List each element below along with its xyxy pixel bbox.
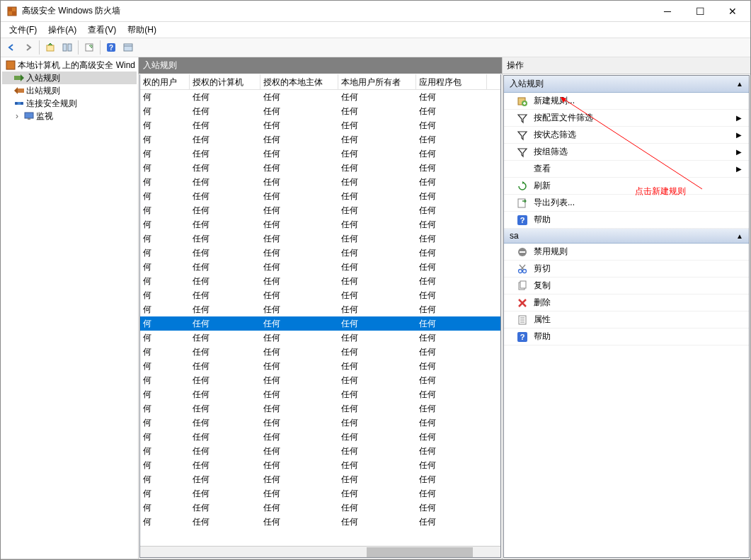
action-导出列表[interactable]: 导出列表... bbox=[504, 195, 749, 212]
action-查看[interactable]: 查看▶ bbox=[504, 161, 749, 178]
action-禁用规则[interactable]: 禁用规则 bbox=[504, 244, 749, 261]
cell: 任何 bbox=[416, 288, 487, 302]
cell: 任何 bbox=[338, 189, 416, 203]
action-按状态筛选[interactable]: 按状态筛选▶ bbox=[504, 127, 749, 144]
table-row[interactable]: 何任何任何任何任何 bbox=[140, 515, 500, 529]
tree-outbound-rules[interactable]: 出站规则 bbox=[2, 84, 137, 97]
svg-text:?: ? bbox=[520, 333, 525, 341]
action-复制[interactable]: 复制 bbox=[504, 278, 749, 295]
table-row[interactable]: 何任何任何任何任何 bbox=[140, 486, 500, 501]
svg-rect-26 bbox=[520, 251, 525, 253]
table-row[interactable]: 何任何任何任何任何 bbox=[140, 501, 500, 515]
table-row[interactable]: 何任何任何任何任何 bbox=[140, 132, 500, 147]
cell: 任何 bbox=[338, 260, 416, 274]
horizontal-scrollbar[interactable] bbox=[140, 546, 500, 557]
table-row[interactable]: 何任何任何任何任何 bbox=[140, 387, 500, 401]
cell: 何 bbox=[140, 416, 190, 430]
action-刷新[interactable]: 刷新 bbox=[504, 178, 749, 195]
cell: 任何 bbox=[190, 316, 260, 331]
col-local-user-owner[interactable]: 本地用户所有者 bbox=[338, 74, 416, 89]
table-row[interactable]: 何任何任何任何任何 bbox=[140, 444, 500, 458]
table-row[interactable]: 何任何任何任何任何 bbox=[140, 416, 500, 430]
table-row[interactable]: 何任何任何任何任何 bbox=[140, 373, 500, 387]
menu-file[interactable]: 文件(F) bbox=[4, 23, 42, 38]
svg-rect-9 bbox=[124, 44, 132, 51]
cell: 任何 bbox=[338, 161, 416, 175]
help-button[interactable]: ? bbox=[103, 40, 119, 55]
panel-button[interactable] bbox=[120, 40, 136, 55]
export-button[interactable] bbox=[81, 40, 97, 55]
table-row[interactable]: 何任何任何任何任何 bbox=[140, 147, 500, 161]
scrollbar-thumb[interactable] bbox=[367, 547, 473, 557]
action-新建规则[interactable]: 新建规则... bbox=[504, 93, 749, 110]
svg-point-15 bbox=[15, 102, 18, 105]
action-label: 刷新 bbox=[534, 180, 551, 192]
action-属性[interactable]: 属性 bbox=[504, 312, 749, 328]
table-row[interactable]: 何任何任何任何任何 bbox=[140, 232, 500, 246]
action-按配置文件筛选[interactable]: 按配置文件筛选▶ bbox=[504, 110, 749, 127]
action-帮助[interactable]: ?帮助 bbox=[504, 212, 749, 229]
col-auth-user[interactable]: 权的用户 bbox=[140, 74, 190, 89]
table-row[interactable]: 何任何任何任何任何 bbox=[140, 359, 500, 373]
actions-section-inbound[interactable]: 入站规则 ▲ bbox=[504, 76, 749, 93]
back-button[interactable] bbox=[4, 40, 19, 55]
col-app-package[interactable]: 应用程序包 bbox=[416, 74, 487, 89]
cell: 任何 bbox=[338, 430, 416, 444]
col-auth-local-principal[interactable]: 授权的本地主体 bbox=[260, 74, 338, 89]
minimize-button[interactable]: ─ bbox=[651, 1, 684, 22]
firewall-icon bbox=[5, 59, 16, 71]
cell: 任何 bbox=[260, 501, 338, 515]
menu-help[interactable]: 帮助(H) bbox=[122, 23, 162, 38]
cell: 任何 bbox=[338, 472, 416, 486]
action-删除[interactable]: 删除 bbox=[504, 295, 749, 312]
cell: 任何 bbox=[260, 416, 338, 430]
col-auth-computer[interactable]: 授权的计算机 bbox=[190, 74, 260, 89]
table-row[interactable]: 何任何任何任何任何 bbox=[140, 189, 500, 203]
action-帮助[interactable]: ?帮助 bbox=[504, 328, 749, 345]
cell: 任何 bbox=[416, 472, 487, 486]
cell: 任何 bbox=[190, 373, 260, 387]
expand-icon[interactable]: › bbox=[12, 111, 22, 121]
table-row[interactable]: 何任何任何任何任何 bbox=[140, 260, 500, 274]
show-hide-button[interactable] bbox=[59, 40, 75, 55]
table-row[interactable]: 何任何任何任何任何 bbox=[140, 430, 500, 444]
table-row[interactable]: 何任何任何任何任何 bbox=[140, 472, 500, 486]
table-row[interactable]: 何任何任何任何任何 bbox=[140, 401, 500, 416]
menu-view[interactable]: 查看(V) bbox=[82, 23, 122, 38]
table-row[interactable]: 何任何任何任何任何 bbox=[140, 274, 500, 288]
table-row[interactable]: 何任何任何任何任何 bbox=[140, 104, 500, 118]
table-row[interactable]: 何任何任何任何任何 bbox=[140, 331, 500, 345]
menu-action[interactable]: 操作(A) bbox=[42, 23, 82, 38]
cell: 任何 bbox=[190, 444, 260, 458]
tree-inbound-rules[interactable]: 入站规则 bbox=[2, 72, 137, 84]
section-title: sa bbox=[510, 231, 519, 241]
cell: 任何 bbox=[338, 501, 416, 515]
tree-monitoring[interactable]: › 监视 bbox=[2, 110, 137, 122]
action-按组筛选[interactable]: 按组筛选▶ bbox=[504, 144, 749, 161]
cell: 任何 bbox=[416, 203, 487, 217]
table-row[interactable]: 何任何任何任何任何 bbox=[140, 161, 500, 175]
tree-root[interactable]: 本地计算机 上的高级安全 Wind bbox=[2, 59, 137, 72]
table-row[interactable]: 何任何任何任何任何 bbox=[140, 458, 500, 472]
maximize-button[interactable]: ☐ bbox=[684, 1, 716, 22]
table-row[interactable]: 何任何任何任何任何 bbox=[140, 246, 500, 260]
table-row[interactable]: 何任何任何任何任何 bbox=[140, 345, 500, 359]
cell: 何 bbox=[140, 331, 190, 345]
table-row[interactable]: 何任何任何任何任何 bbox=[140, 175, 500, 189]
table-row[interactable]: 何任何任何任何任何 bbox=[140, 288, 500, 302]
tree-connection-security[interactable]: 连接安全规则 bbox=[2, 97, 137, 110]
svg-rect-11 bbox=[6, 61, 15, 69]
action-剪切[interactable]: 剪切 bbox=[504, 261, 749, 278]
table-row[interactable]: 何任何任何任何任何 bbox=[140, 90, 500, 104]
table-row[interactable]: 何任何任何任何任何 bbox=[140, 203, 500, 217]
cell: 任何 bbox=[190, 501, 260, 515]
table-row[interactable]: 何任何任何任何任何 bbox=[140, 302, 500, 316]
table-row[interactable]: 何任何任何任何任何 bbox=[140, 118, 500, 132]
forward-button[interactable] bbox=[21, 40, 36, 55]
up-button[interactable] bbox=[42, 40, 58, 55]
actions-section-sa[interactable]: sa ▲ bbox=[504, 229, 749, 244]
close-button[interactable]: ✕ bbox=[716, 1, 749, 22]
tree-pane: 本地计算机 上的高级安全 Wind 入站规则 出站规则 连接安全规则 › 监视 bbox=[1, 57, 139, 559]
table-row[interactable]: 何任何任何任何任何 bbox=[140, 217, 500, 232]
table-row[interactable]: 何任何任何任何任何 bbox=[140, 316, 500, 331]
